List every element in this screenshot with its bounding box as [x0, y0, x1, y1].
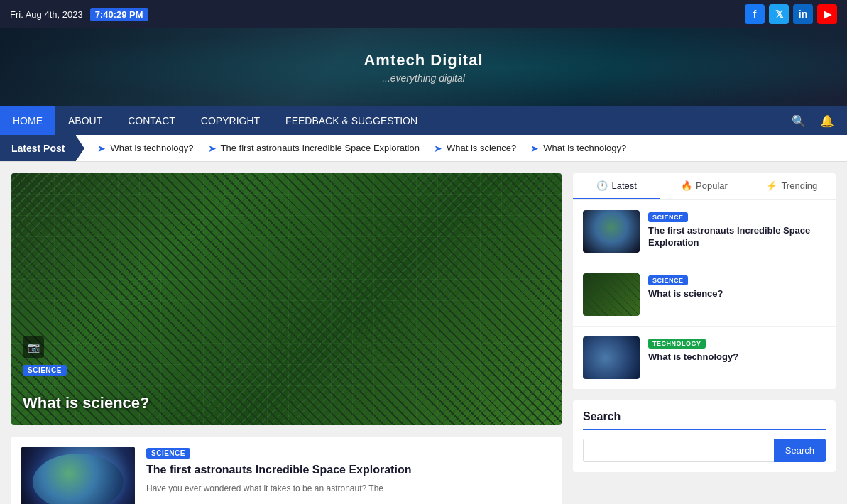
notification-icon[interactable]: 🔔 [814, 109, 840, 133]
sidebar-badge-3: TECHNOLOGY [648, 339, 706, 349]
news-ticker: Latest Post ➤ What is technology? ➤ The … [0, 135, 847, 162]
ticker-item-4[interactable]: ➤ What is technology? [530, 143, 626, 154]
fire-icon: 🔥 [681, 180, 692, 191]
featured-article[interactable]: 📷 SCIENCE What is science? [11, 173, 562, 425]
search-widget: Search Search [573, 400, 836, 472]
sidebar-thumb-1 [583, 210, 640, 253]
ticker-item-3[interactable]: ➤ What is science? [434, 143, 516, 154]
nav-item-copyright[interactable]: COPYRIGHT [188, 106, 273, 135]
date-display: Fri. Aug 4th, 2023 [10, 9, 83, 20]
search-input[interactable] [583, 439, 774, 462]
tab-popular-label: Popular [696, 180, 728, 191]
main-nav: HOME ABOUT CONTACT COPYRIGHT FEEDBACK & … [0, 106, 847, 135]
article-meta: SCIENCE The first astronauts Incredible … [146, 447, 552, 504]
tab-trending[interactable]: ⚡ Trending [748, 173, 836, 199]
tab-latest-label: Latest [611, 180, 636, 191]
sidebar-tabs: 🕐 Latest 🔥 Popular ⚡ Trending SCI [573, 173, 836, 389]
ticker-item-2[interactable]: ➤ The first astronauts Incredible Space … [208, 143, 420, 154]
ticker-item-1[interactable]: ➤ What is technology? [97, 143, 193, 154]
nav-item-about[interactable]: ABOUT [55, 106, 115, 135]
main-content: 📷 SCIENCE What is science? SCIENCE The f… [11, 173, 562, 504]
search-button[interactable]: Search [774, 439, 826, 462]
tab-latest[interactable]: 🕐 Latest [573, 173, 660, 199]
tab-trending-label: Trending [781, 180, 817, 191]
lightning-icon: ⚡ [766, 180, 777, 191]
sidebar-thumb-3 [583, 336, 640, 379]
sidebar-article-meta-1: SCIENCE The first astronauts Incredible … [648, 210, 826, 253]
ticker-text-1: What is technology? [110, 143, 193, 153]
sidebar-article-2[interactable]: SCIENCE What is science? [573, 263, 836, 327]
tab-popular[interactable]: 🔥 Popular [660, 173, 748, 199]
site-subtitle: ...everything digital [382, 72, 465, 84]
article-category-badge: SCIENCE [146, 448, 190, 459]
youtube-icon[interactable]: ▶ [817, 4, 837, 24]
site-title: Amtech Digital [364, 51, 483, 70]
circuit-thumb [583, 273, 640, 316]
sidebar: 🕐 Latest 🔥 Popular ⚡ Trending SCI [573, 173, 836, 504]
sidebar-article-meta-2: SCIENCE What is science? [648, 273, 826, 316]
sidebar-title-1: The first astronauts Incredible Space Ex… [648, 225, 826, 249]
article-title[interactable]: The first astronauts Incredible Space Ex… [146, 463, 552, 478]
tech-thumb [583, 336, 640, 379]
twitter-icon[interactable]: 𝕏 [769, 4, 789, 24]
search-widget-title: Search [583, 410, 826, 430]
ticker-text-4: What is technology? [543, 143, 626, 153]
sidebar-article-3[interactable]: TECHNOLOGY What is technology? [573, 327, 836, 389]
facebook-icon[interactable]: f [745, 4, 765, 24]
clock-icon: 🕐 [596, 180, 608, 191]
nav-item-home[interactable]: HOME [0, 106, 55, 135]
ticker-arrow-4: ➤ [530, 143, 539, 154]
ticker-text-2: The first astronauts Incredible Space Ex… [221, 143, 420, 153]
ticker-arrow-2: ➤ [208, 143, 217, 154]
ticker-arrow-1: ➤ [97, 143, 106, 154]
ticker-text-3: What is science? [447, 143, 516, 153]
top-bar-left: Fri. Aug 4th, 2023 7:40:29 PM [10, 8, 148, 21]
sidebar-title-2: What is science? [648, 288, 826, 300]
sidebar-article-1[interactable]: SCIENCE The first astronauts Incredible … [573, 200, 836, 263]
article-card: SCIENCE The first astronauts Incredible … [11, 437, 562, 504]
earth-thumb [583, 210, 640, 253]
search-form: Search [583, 439, 826, 462]
featured-title: What is science? [23, 394, 550, 412]
sidebar-badge-1: SCIENCE [648, 212, 688, 222]
search-icon[interactable]: 🔍 [786, 109, 812, 133]
circuit-overlay [11, 173, 562, 425]
social-icons: f 𝕏 in ▶ [745, 4, 837, 24]
article-thumbnail [21, 447, 135, 504]
time-display: 7:40:29 PM [90, 8, 148, 21]
linkedin-icon[interactable]: in [793, 4, 813, 24]
nav-item-feedback[interactable]: FEEDBACK & SUGGESTION [273, 106, 430, 135]
header-banner: Amtech Digital ...everything digital [0, 28, 847, 106]
camera-icon: 📷 [23, 336, 44, 358]
earth-thumbnail [21, 447, 135, 504]
sidebar-badge-2: SCIENCE [648, 275, 688, 285]
sidebar-article-meta-3: TECHNOLOGY What is technology? [648, 336, 826, 379]
sidebar-thumb-2 [583, 273, 640, 316]
tab-header: 🕐 Latest 🔥 Popular ⚡ Trending [573, 173, 836, 200]
main-container: 📷 SCIENCE What is science? SCIENCE The f… [0, 162, 847, 504]
sidebar-title-3: What is technology? [648, 351, 826, 363]
nav-item-contact[interactable]: CONTACT [115, 106, 188, 135]
ticker-label: Latest Post [0, 135, 76, 161]
top-bar: Fri. Aug 4th, 2023 7:40:29 PM f 𝕏 in ▶ [0, 0, 847, 28]
ticker-arrow-3: ➤ [434, 143, 442, 154]
nav-icons: 🔍 🔔 [786, 109, 847, 133]
ticker-items: ➤ What is technology? ➤ The first astron… [76, 135, 847, 161]
article-excerpt: Have you ever wondered what it takes to … [146, 482, 552, 495]
featured-badge: SCIENCE [23, 365, 67, 376]
